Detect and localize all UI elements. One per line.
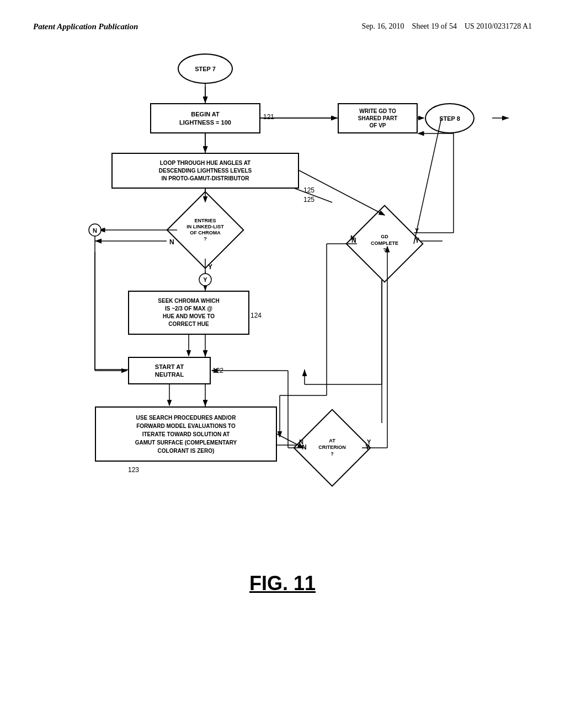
gd-complete-wrapper: GDCOMPLETE? bbox=[357, 216, 412, 271]
step7-node: STEP 7 bbox=[178, 53, 233, 84]
svg-text:Y: Y bbox=[203, 276, 207, 283]
svg-text:125: 125 bbox=[303, 186, 315, 194]
flowchart-diagram: STEP 7 BEGIN ATLIGHTNESS = 100 121 WRITE… bbox=[56, 42, 509, 649]
svg-text:N: N bbox=[93, 227, 97, 234]
use-search-node: USE SEARCH PROCEDURES AND/ORFORWARD MODE… bbox=[95, 406, 277, 462]
arrows-svg bbox=[56, 42, 509, 649]
gd-y-label: Y bbox=[415, 237, 419, 244]
header-info: Sep. 16, 2010 Sheet 19 of 54 US 2010/023… bbox=[362, 22, 532, 31]
write-gd-node: WRITE GD TOSHARED PARTOF VP bbox=[338, 103, 418, 133]
fig-label-text: FIG. 11 bbox=[249, 572, 316, 595]
svg-point-34 bbox=[199, 274, 211, 286]
criterion-y-label: Y bbox=[365, 443, 370, 451]
entries-n-label: N bbox=[169, 238, 174, 246]
pub-date: Sep. 16, 2010 bbox=[362, 22, 404, 30]
svg-point-29 bbox=[89, 224, 101, 236]
seek-node: SEEK CHROMA WHICHIS ~2/3 OF MAX @HUE AND… bbox=[128, 291, 249, 335]
page: Patent Application Publication Sep. 16, … bbox=[0, 0, 565, 728]
svg-line-42 bbox=[414, 118, 441, 244]
step8-node: STEP 8 bbox=[425, 103, 475, 133]
start-neutral-node: START ATNEUTRAL bbox=[128, 357, 211, 384]
arrows-svg-2: N Y Y bbox=[56, 42, 509, 649]
label-123: 123 bbox=[128, 466, 139, 474]
label-122: 122 bbox=[212, 367, 223, 374]
svg-line-56 bbox=[299, 170, 385, 215]
entries-y-label: Y bbox=[208, 263, 212, 271]
entries-diamond-wrapper: ENTRIESIN LINKED-LISTOF CHROMA? bbox=[178, 202, 233, 258]
criterion-wrapper: ATCRITERION? bbox=[305, 420, 371, 475]
gd-n-label: N bbox=[351, 237, 356, 244]
label-121: 121 bbox=[263, 113, 274, 121]
begin-node: BEGIN ATLIGHTNESS = 100 bbox=[150, 103, 260, 133]
patent-number: US 2010/0231728 A1 bbox=[465, 22, 532, 30]
patent-title: Patent Application Publication bbox=[33, 22, 138, 31]
label-124: 124 bbox=[250, 312, 262, 319]
sheet-info: Sheet 19 of 54 bbox=[412, 22, 457, 30]
label-125: 125 bbox=[303, 196, 315, 204]
criterion-n-label: N bbox=[302, 443, 307, 451]
header: Patent Application Publication Sep. 16, … bbox=[33, 22, 532, 31]
loop-node: LOOP THROUGH HUE ANGLES ATDESCENDING LIG… bbox=[111, 153, 299, 189]
figure-label: FIG. 11 bbox=[33, 572, 532, 595]
svg-text:Y: Y bbox=[415, 227, 419, 234]
